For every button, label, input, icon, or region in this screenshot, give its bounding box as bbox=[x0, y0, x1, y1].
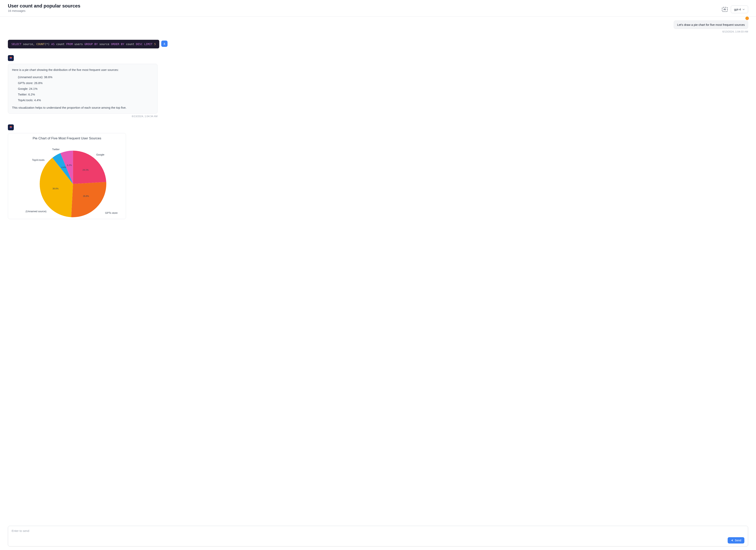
header-right: AI gpt-4 bbox=[722, 6, 748, 13]
sql-keyword: SELECT bbox=[11, 43, 21, 46]
code-block-row: SELECT source, COUNT(*) AS count FROM us… bbox=[8, 40, 748, 48]
chat-body: Let's draw a pie chart for five most fre… bbox=[0, 20, 756, 251]
pie-chart: 24.1%Google26.8%GPTs store38.6%(Unnamed … bbox=[10, 142, 123, 218]
download-icon bbox=[163, 42, 166, 45]
ai-intro-text: Here is a pie chart showing the distribu… bbox=[12, 68, 153, 72]
list-item: (Unnamed source): 38.6% bbox=[18, 75, 153, 79]
sql-text: count bbox=[124, 43, 136, 46]
header-left: User count and popular sources 16 messag… bbox=[8, 3, 80, 12]
header: User count and popular sources 16 messag… bbox=[0, 0, 756, 17]
sql-keyword: DESC bbox=[136, 43, 143, 46]
slice-percent-label: 26.8% bbox=[83, 195, 89, 197]
slice-percent-label: 4.4% bbox=[61, 166, 66, 169]
sql-text: (*) bbox=[45, 43, 51, 46]
list-item: GPTs store: 26.8% bbox=[18, 81, 153, 85]
pie-slice bbox=[71, 182, 106, 217]
user-message-bubble: Let's draw a pie chart for five most fre… bbox=[674, 20, 748, 29]
user-message-row: Let's draw a pie chart for five most fre… bbox=[8, 20, 748, 29]
sql-keyword: FROM bbox=[66, 43, 73, 46]
user-avatar-icon bbox=[745, 17, 749, 20]
slice-category-label: (Unnamed source) bbox=[26, 210, 46, 213]
ai-avatar-icon bbox=[8, 55, 14, 61]
slice-category-label: Twitter bbox=[52, 148, 60, 151]
svg-point-5 bbox=[10, 127, 12, 128]
sql-text bbox=[153, 43, 154, 46]
slice-percent-label: 24.1% bbox=[82, 169, 89, 171]
slice-category-label: TopAI.tools bbox=[32, 158, 44, 161]
list-item: Google: 24.1% bbox=[18, 86, 153, 91]
ai-outro-text: This visualization helps to understand t… bbox=[12, 105, 153, 110]
sql-keyword: LIMIT bbox=[144, 43, 152, 46]
message-count: 16 messages bbox=[8, 9, 80, 12]
ai-avatar-icon bbox=[8, 124, 14, 130]
user-message-timestamp: 6/13/2024, 1:04:03 AM bbox=[8, 30, 748, 33]
sql-keyword: AS bbox=[51, 43, 55, 46]
ai-chart-block: Pie Chart of Five Most Frequent User Sou… bbox=[8, 124, 748, 219]
ai-message-bubble: Here is a pie chart showing the distribu… bbox=[8, 64, 157, 114]
chart-card: Pie Chart of Five Most Frequent User Sou… bbox=[8, 133, 126, 219]
chevron-down-icon bbox=[742, 8, 745, 11]
sql-number: 5 bbox=[154, 43, 156, 46]
ai-message-block: Here is a pie chart showing the distribu… bbox=[8, 55, 748, 118]
svg-point-2 bbox=[10, 58, 12, 59]
sql-text: source bbox=[98, 43, 111, 46]
slice-percent-label: 6.2% bbox=[67, 164, 72, 166]
source-list: (Unnamed source): 38.6% GPTs store: 26.8… bbox=[18, 75, 153, 102]
list-item: Twitter: 6.2% bbox=[18, 92, 153, 97]
slice-percent-label: 38.6% bbox=[53, 187, 59, 190]
model-name: gpt-4 bbox=[734, 8, 741, 11]
sql-text: users bbox=[73, 43, 84, 46]
download-button[interactable] bbox=[161, 41, 168, 47]
page-title: User count and popular sources bbox=[8, 3, 80, 9]
model-selector[interactable]: gpt-4 bbox=[731, 6, 748, 13]
sql-code-block: SELECT source, COUNT(*) AS count FROM us… bbox=[8, 40, 159, 48]
list-item: TopAI.tools: 4.4% bbox=[18, 98, 153, 102]
slice-category-label: GPTs store bbox=[105, 211, 118, 214]
ai-badge-icon: AI bbox=[722, 7, 728, 12]
sql-function: COUNT bbox=[36, 43, 44, 46]
chart-title: Pie Chart of Five Most Frequent User Sou… bbox=[10, 136, 123, 140]
sql-keyword: GROUP BY bbox=[84, 43, 98, 46]
ai-message-timestamp: 6/13/2024, 1:04:34 AM bbox=[8, 115, 157, 118]
slice-category-label: Google bbox=[96, 153, 104, 156]
sql-text: count bbox=[55, 43, 66, 46]
sql-text: source, bbox=[21, 43, 36, 46]
sql-keyword: ORDER BY bbox=[111, 43, 124, 46]
